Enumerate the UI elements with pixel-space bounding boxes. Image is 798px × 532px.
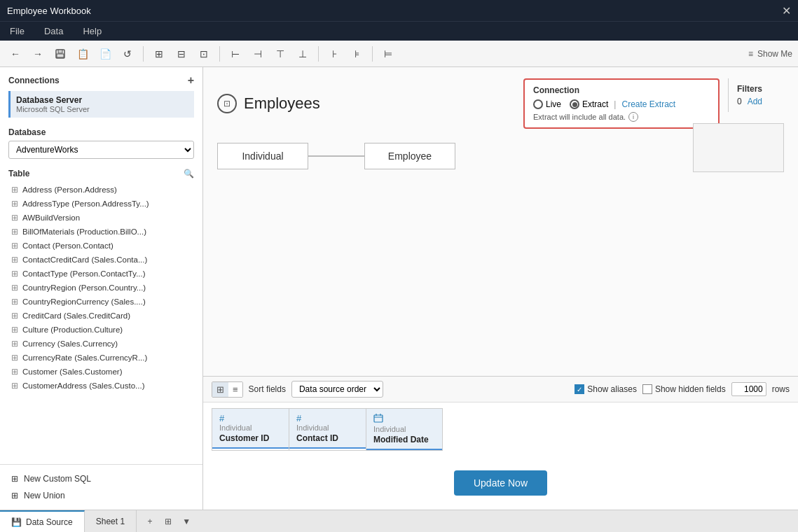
menu-data[interactable]: Data [41,24,66,38]
close-button[interactable]: ✕ [782,4,791,18]
show-aliases-checkbox-box [575,384,584,394]
connections-header: Connections + [8,74,194,87]
copy-button[interactable]: 📋 [73,44,92,64]
live-radio[interactable]: Live [533,99,561,109]
table-item[interactable]: ⊞ BillOfMaterials (Production.BillO...) [8,225,194,239]
toolbar-btn-10[interactable]: ⊨ [378,44,398,64]
table-node-employee[interactable]: Employee [364,143,455,169]
toolbar-btn-9[interactable]: ⊧ [347,44,366,64]
data-col-name-2[interactable]: Modified Date [373,435,435,444]
connections-title: Connections [8,76,60,85]
paste-button[interactable]: 📄 [95,44,115,64]
table-item-label-7: CountryRegion (Person.Country...) [22,284,146,292]
database-select[interactable]: AdventureWorks [8,141,194,159]
table-node-individual[interactable]: Individual [217,143,308,169]
toolbar-btn-7[interactable]: ⊥ [293,44,312,64]
toolbar-btn-3[interactable]: ⊡ [194,44,214,64]
connection-radio-group: Live Extract [533,99,608,109]
data-col-name-0[interactable]: Customer ID [219,433,282,443]
bottom-bar: 💾 Data Source Sheet 1 + ⊞ ▼ [0,510,798,532]
join-header-right: Connection Live Extract [523,78,784,129]
toolbar-btn-1[interactable]: ⊞ [149,44,169,64]
table-item[interactable]: ⊞ Culture (Production.Culture) [8,323,194,337]
update-area: Update Now [203,456,798,510]
sidebar-bottom: ⊞ New Custom SQL ⊞ New Union [0,464,202,510]
table-grid-icon-7: ⊞ [11,283,18,293]
table-item[interactable]: ⊞ CountryRegion (Person.Country...) [8,281,194,295]
table-grid-icon-3: ⊞ [11,227,18,237]
list-view-button[interactable]: ≡ [228,382,242,397]
toolbar-btn-5[interactable]: ⊣ [248,44,268,64]
table-item[interactable]: ⊞ AddressType (Person.AddressTy...) [8,197,194,211]
extract-info: Extract will include all data. i [533,112,710,122]
data-col-type-1: # [296,413,359,424]
toolbar-btn-2[interactable]: ⊟ [172,44,191,64]
data-source-tab[interactable]: 💾 Data Source [0,510,85,532]
save-button[interactable] [50,44,70,64]
forward-button[interactable]: → [28,44,48,64]
table-item[interactable]: ⊞ ContactCreditCard (Sales.Conta...) [8,253,194,267]
filters-add-button[interactable]: Add [748,97,762,106]
info-icon[interactable]: i [628,112,638,122]
extract-radio-circle [570,99,579,109]
table-item-label-6: ContactType (Person.ContactTy...) [22,270,146,278]
table-item[interactable]: ⊞ Address (Person.Address) [8,183,194,197]
data-col-source-1: Individual [296,424,359,432]
show-me-toggle[interactable]: ≡ Show Me [748,49,792,59]
table-item[interactable]: ⊞ Currency (Sales.Currency) [8,337,194,351]
table-grid-icon-0: ⊞ [11,185,18,195]
show-aliases-checkbox[interactable]: Show aliases [575,384,637,394]
page-title: Employees [244,94,320,113]
rows-input[interactable] [731,382,766,396]
menu-file[interactable]: File [7,24,27,38]
add-connection-button[interactable]: + [188,74,194,87]
table-item-label-10: Culture (Production.Culture) [22,326,123,334]
sort-select[interactable]: Data source order Alphabetical [291,381,383,398]
table-item[interactable]: ⊞ Customer (Sales.Customer) [8,365,194,379]
update-now-button[interactable]: Update Now [454,470,547,496]
data-type-icon-1: # [296,413,301,424]
show-hidden-checkbox[interactable]: Show hidden fields [642,384,726,394]
table-grid-icon-6: ⊞ [11,269,18,279]
filters-title: Filters [737,84,776,94]
create-extract-link[interactable]: Create Extract [621,99,675,109]
table-item[interactable]: ⊞ Contact (Person.Contact) [8,239,194,253]
refresh-button[interactable]: ↺ [118,44,137,64]
add-sheet-button[interactable]: + [142,514,158,529]
table-item[interactable]: ⊞ ContactType (Person.ContactTy...) [8,267,194,281]
table-item[interactable]: ⊞ CurrencyRate (Sales.CurrencyR...) [8,351,194,365]
join-connector [308,155,364,157]
back-button[interactable]: ← [6,44,25,64]
table-item-label-8: CountryRegionCurrency (Sales....) [22,298,146,306]
table-search-icon[interactable]: 🔍 [184,169,194,178]
sheet1-tab[interactable]: Sheet 1 [85,510,137,532]
show-hidden-label: Show hidden fields [655,384,726,394]
toolbar-btn-4[interactable]: ⊢ [226,44,245,64]
toolbar-separator-3 [318,46,319,62]
table-item[interactable]: ⊞ CountryRegionCurrency (Sales....) [8,295,194,309]
sheet-options-button[interactable]: ▼ [179,514,194,529]
data-col-name-1[interactable]: Contact ID [296,433,359,443]
show-aliases-label: Show aliases [587,384,637,394]
extract-radio[interactable]: Extract [570,99,608,109]
table-item[interactable]: ⊞ AWBuildVersion [8,211,194,225]
data-columns: # Individual Customer ID # Individual [212,402,790,451]
table-item[interactable]: ⊞ CustomerAddress (Sales.Custo...) [8,379,194,393]
menu-help[interactable]: Help [80,24,104,38]
toolbar-btn-6[interactable]: ⊤ [270,44,290,64]
new-union-action[interactable]: ⊞ New Union [8,487,194,504]
new-custom-sql-action[interactable]: ⊞ New Custom SQL [8,470,194,487]
table-grid-icon-8: ⊞ [11,297,18,307]
connection-item-database-server[interactable]: Database Server Microsoft SQL Server [8,91,194,118]
data-toolbar: ⊞ ≡ Sort fields Data source order Alphab… [203,377,798,402]
data-col-type-0: # [219,413,282,424]
data-col-header-0: # Individual Customer ID [212,409,289,449]
duplicate-sheet-button[interactable]: ⊞ [160,514,176,529]
extract-info-text: Extract will include all data. [533,113,626,121]
custom-sql-icon: ⊞ [11,474,18,484]
grid-view-button[interactable]: ⊞ [212,382,228,397]
title-bar-left: Employee Workbook [7,6,91,16]
table-item-label-3: BillOfMaterials (Production.BillO...) [22,227,146,236]
toolbar-btn-8[interactable]: ⊦ [324,44,344,64]
table-item[interactable]: ⊞ CreditCard (Sales.CreditCard) [8,309,194,323]
